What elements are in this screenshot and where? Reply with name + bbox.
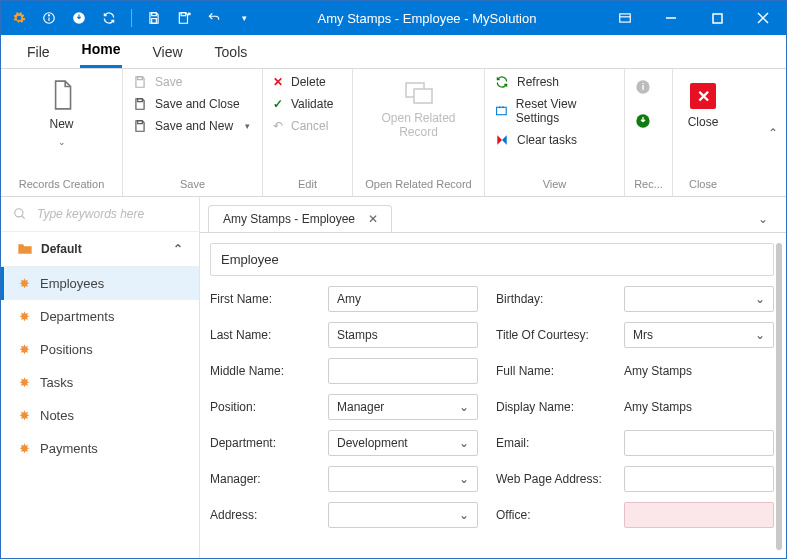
input-address[interactable]: ⌄ [328, 502, 478, 528]
minimize-button[interactable] [648, 1, 694, 35]
label-department: Department: [210, 436, 310, 450]
collapse-ribbon-icon[interactable]: ⌃ [768, 126, 778, 140]
sidebar: Type keywords here Default ⌃ ✸Employees … [1, 197, 200, 559]
tab-view[interactable]: View [150, 36, 184, 68]
input-lastname[interactable]: Stamps [328, 322, 478, 348]
x-icon: ✕ [273, 75, 283, 89]
label-webpage: Web Page Address: [496, 472, 606, 486]
svg-rect-15 [138, 121, 143, 124]
gear-icon: ✸ [19, 342, 30, 357]
save-button[interactable]: Save [133, 75, 250, 89]
sidebar-item-positions[interactable]: ✸Positions [1, 333, 199, 366]
quick-access-toolbar: ▾ [1, 9, 252, 27]
sidebar-item-employees[interactable]: ✸Employees [1, 267, 199, 300]
ribbon: New ⌄ Records Creation Save Save and Clo… [1, 69, 786, 197]
label-fullname: Full Name: [496, 364, 606, 378]
nav-group-default[interactable]: Default ⌃ [1, 231, 199, 267]
svg-rect-13 [138, 77, 143, 80]
gear-icon[interactable] [11, 10, 27, 26]
separator [131, 9, 132, 27]
document-tab[interactable]: Amy Stamps - Employee ✕ [208, 205, 392, 232]
input-titlecourtesy[interactable]: Mrs⌄ [624, 322, 774, 348]
search-icon [13, 207, 27, 221]
search-placeholder: Type keywords here [37, 207, 144, 221]
related-record-icon [404, 79, 434, 105]
close-tab-icon[interactable]: ✕ [365, 212, 381, 226]
workspace: Type keywords here Default ⌃ ✸Employees … [1, 197, 786, 559]
refresh-button[interactable]: Refresh [495, 75, 614, 89]
gear-icon: ✸ [19, 276, 30, 291]
chevron-up-icon: ⌃ [173, 242, 183, 256]
input-manager[interactable]: ⌄ [328, 466, 478, 492]
reset-icon [495, 104, 508, 118]
input-position[interactable]: Manager⌄ [328, 394, 478, 420]
undo-icon[interactable] [206, 10, 222, 26]
delete-button[interactable]: ✕Delete [273, 75, 333, 89]
label-office: Office: [496, 508, 606, 522]
qat-dropdown-icon[interactable]: ▾ [236, 10, 252, 26]
group-label-edit: Edit [263, 174, 352, 196]
sidebar-item-departments[interactable]: ✸Departments [1, 300, 199, 333]
download-circle-icon[interactable] [635, 113, 651, 129]
ribbon-display-options[interactable] [602, 1, 648, 35]
input-webpage[interactable] [624, 466, 774, 492]
info-circle-icon[interactable]: i [635, 79, 651, 95]
svg-rect-7 [620, 14, 631, 22]
close-button[interactable]: ✕ Close [673, 69, 733, 129]
input-department[interactable]: Development⌄ [328, 430, 478, 456]
input-firstname[interactable]: Amy [328, 286, 478, 312]
svg-rect-18 [497, 107, 507, 114]
label-birthday: Birthday: [496, 292, 606, 306]
scrollbar[interactable] [776, 243, 782, 550]
cancel-button[interactable]: ↶Cancel [273, 119, 333, 133]
validate-button[interactable]: ✓Validate [273, 97, 333, 111]
sidebar-item-payments[interactable]: ✸Payments [1, 432, 199, 465]
input-birthday[interactable]: ⌄ [624, 286, 774, 312]
save-new-button[interactable]: Save and New▾ [133, 119, 250, 133]
refresh-icon [495, 75, 509, 89]
label-displayname: Display Name: [496, 400, 606, 414]
refresh-icon[interactable] [101, 10, 117, 26]
tab-file[interactable]: File [25, 36, 52, 68]
new-button[interactable]: New ⌄ [1, 69, 122, 147]
svg-rect-4 [152, 13, 157, 16]
reset-view-button[interactable]: Reset View Settings [495, 97, 614, 125]
tab-home[interactable]: Home [80, 33, 123, 68]
close-window-button[interactable] [740, 1, 786, 35]
sidebar-item-tasks[interactable]: ✸Tasks [1, 366, 199, 399]
window-controls [602, 1, 786, 35]
tab-tools[interactable]: Tools [213, 36, 250, 68]
svg-rect-14 [138, 99, 143, 102]
input-displayname[interactable]: Amy Stamps [624, 394, 774, 420]
content-area: Amy Stamps - Employee ✕ ⌄ Employee First… [200, 197, 786, 559]
form-group-heading: Employee [210, 243, 774, 276]
folder-icon [17, 243, 33, 255]
expand-tabs-icon[interactable]: ⌄ [748, 206, 778, 232]
new-button-label: New [49, 117, 73, 131]
check-icon: ✓ [273, 97, 283, 111]
label-titlecourtesy: Title Of Courtesy: [496, 328, 606, 342]
sidebar-item-notes[interactable]: ✸Notes [1, 399, 199, 432]
chevron-down-icon: ⌄ [755, 292, 765, 306]
input-middlename[interactable] [328, 358, 478, 384]
input-email[interactable] [624, 430, 774, 456]
clear-icon [495, 133, 509, 147]
gear-icon: ✸ [19, 309, 30, 324]
info-icon[interactable] [41, 10, 57, 26]
chevron-down-icon: ⌄ [459, 508, 469, 522]
label-email: Email: [496, 436, 606, 450]
chevron-down-icon: ⌄ [459, 472, 469, 486]
input-fullname[interactable]: Amy Stamps [624, 358, 774, 384]
save-icon[interactable] [146, 10, 162, 26]
sidebar-search[interactable]: Type keywords here [1, 197, 199, 231]
chevron-down-icon: ⌄ [755, 328, 765, 342]
download-icon[interactable] [71, 10, 87, 26]
clear-tasks-button[interactable]: Clear tasks [495, 133, 614, 147]
maximize-button[interactable] [694, 1, 740, 35]
input-office[interactable] [624, 502, 774, 528]
label-firstname: First Name: [210, 292, 310, 306]
document-tab-label: Amy Stamps - Employee [223, 212, 355, 226]
save-close-icon[interactable] [176, 10, 192, 26]
document-tab-bar: Amy Stamps - Employee ✕ ⌄ [200, 197, 786, 232]
save-close-button[interactable]: Save and Close [133, 97, 250, 111]
